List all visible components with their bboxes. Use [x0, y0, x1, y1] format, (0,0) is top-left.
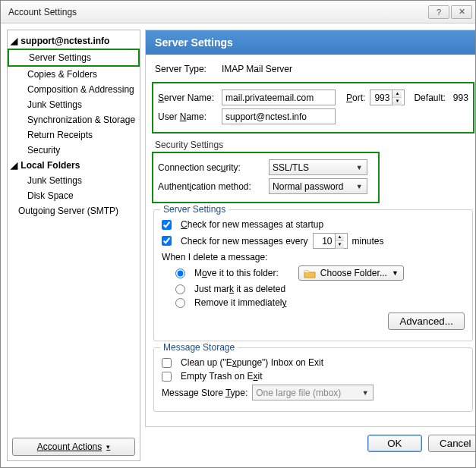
auth-method-combo[interactable]: Normal password ▼: [269, 178, 367, 194]
ok-button[interactable]: OK: [367, 435, 422, 452]
tree-item-local-diskspace[interactable]: Disk Space: [8, 188, 140, 203]
message-storage-legend: Message Storage: [160, 342, 238, 353]
connection-security-value: SSL/TLS: [273, 162, 309, 173]
check-interval-label-pre: Check for new messages every: [181, 236, 307, 247]
tree-item-server-settings[interactable]: Server Settings: [8, 49, 140, 67]
auth-method-value: Normal password: [273, 181, 343, 192]
arrow-down-icon: ▼: [392, 98, 402, 105]
user-name-input[interactable]: [222, 108, 336, 124]
chevron-down-icon: ▼: [353, 183, 365, 190]
arrow-up-icon: ▲: [336, 234, 345, 241]
expand-caret-icon: ◢: [11, 36, 18, 46]
tree-item-copies-folders[interactable]: Copies & Folders: [8, 67, 140, 82]
server-settings-legend: Server Settings: [160, 204, 229, 215]
empty-trash-checkbox[interactable]: [162, 372, 172, 382]
server-settings-fieldset: Server Settings Check for new messages a…: [153, 209, 473, 341]
window-controls: ? ✕: [427, 5, 472, 19]
help-icon: ?: [437, 8, 441, 17]
default-port-value: 993: [453, 93, 468, 103]
tree-item-local-junk[interactable]: Junk Settings: [8, 173, 140, 188]
server-name-label: Server Name:: [158, 93, 217, 103]
security-settings-group: Connection security: SSL/TLS ▼ Authentic…: [152, 152, 380, 203]
tree-item-return-receipts[interactable]: Return Receipts: [8, 127, 140, 143]
mark-deleted-radio[interactable]: [175, 284, 185, 294]
window-title: Account Settings: [8, 7, 77, 17]
connection-security-combo[interactable]: SSL/TLS ▼: [269, 159, 367, 175]
folder-icon: [304, 269, 316, 278]
account-tree: ◢ support@nctest.info Server Settings Co…: [8, 30, 140, 433]
store-type-label: Message Store Type:: [162, 388, 247, 398]
move-to-folder-radio[interactable]: [175, 269, 185, 278]
security-settings-legend: Security Settings: [155, 140, 475, 150]
user-name-label: User Name:: [158, 112, 217, 122]
advanced-button[interactable]: Advanced...: [388, 313, 464, 330]
server-identity-group: Server Name: Port: ▲▼ Default: 993 User …: [152, 82, 474, 133]
expunge-checkbox[interactable]: [162, 358, 172, 368]
cancel-button[interactable]: Cancel: [428, 435, 475, 452]
tree-local-folders[interactable]: ◢ Local Folders: [8, 158, 140, 173]
server-type-label: Server Type:: [155, 64, 206, 74]
choose-folder-button[interactable]: Choose Folder... ▼: [298, 265, 404, 281]
close-button[interactable]: ✕: [451, 5, 472, 19]
account-tree-sidebar: ◢ support@nctest.info Server Settings Co…: [7, 30, 140, 461]
help-button[interactable]: ?: [428, 5, 449, 19]
main-panel: Server Settings Server Type: IMAP Mail S…: [145, 30, 475, 461]
choose-folder-label: Choose Folder...: [320, 268, 387, 278]
message-storage-fieldset: Message Storage Clean up ("Expunge") Inb…: [153, 347, 473, 412]
expunge-label: Clean up ("Expunge") Inbox on Exit: [181, 357, 323, 368]
connection-security-label: Connection security:: [158, 162, 264, 173]
expand-caret-icon: ◢: [11, 160, 18, 171]
tree-item-junk[interactable]: Junk Settings: [8, 97, 140, 112]
arrow-up-icon: ▲: [392, 90, 402, 98]
port-spinner[interactable]: ▲▼: [370, 90, 405, 105]
spinner-arrows[interactable]: ▲▼: [335, 234, 345, 248]
account-label: support@nctest.info: [20, 36, 109, 46]
tree-item-composition[interactable]: Composition & Addressing: [8, 82, 140, 97]
delete-message-label: When I delete a message:: [162, 252, 267, 262]
remove-immediately-radio[interactable]: [175, 298, 185, 308]
default-port-label: Default:: [414, 93, 445, 103]
interval-spinner[interactable]: ▲▼: [313, 233, 348, 249]
local-folders-label: Local Folders: [20, 160, 80, 171]
check-interval-label-post: minutes: [352, 236, 384, 247]
tree-item-outgoing-smtp[interactable]: Outgoing Server (SMTP): [8, 203, 140, 218]
remove-immediately-label: Remove it immediately: [194, 297, 286, 308]
tree-account-root[interactable]: ◢ support@nctest.info: [8, 33, 140, 49]
mark-deleted-label: Just mark it as deleted: [194, 284, 285, 294]
tree-item-security[interactable]: Security: [8, 143, 140, 158]
store-type-combo: One large file (mbox) ▼: [252, 385, 374, 400]
server-type-row: Server Type: IMAP Mail Server: [146, 55, 475, 80]
account-actions-label: Account Actions: [37, 441, 102, 452]
title-bar: Account Settings ? ✕: [1, 1, 475, 24]
server-name-input[interactable]: [222, 90, 336, 105]
close-icon: ✕: [459, 7, 465, 17]
arrow-down-icon: ▼: [336, 241, 345, 249]
auth-method-label: Authentication method:: [158, 181, 264, 192]
check-interval-checkbox[interactable]: [162, 236, 172, 246]
empty-trash-label: Empty Trash on Exit: [181, 371, 262, 382]
settings-scroll: Server Settings Server Type: IMAP Mail S…: [145, 30, 475, 427]
chevron-down-icon: ▼: [353, 164, 365, 171]
port-input[interactable]: [370, 90, 392, 105]
panel-header: Server Settings: [146, 30, 475, 55]
check-startup-checkbox[interactable]: [162, 220, 172, 230]
tree-item-sync-storage[interactable]: Synchronization & Storage: [8, 112, 140, 127]
chevron-down-icon: ▼: [392, 269, 399, 277]
chevron-down-icon: ▼: [359, 389, 371, 397]
move-to-folder-label: Move it to this folder:: [194, 268, 279, 278]
content-area: ◢ support@nctest.info Server Settings Co…: [1, 24, 475, 467]
server-type-value: IMAP Mail Server: [222, 64, 292, 74]
account-actions-button[interactable]: Account Actions ▾: [12, 438, 135, 456]
interval-input[interactable]: [314, 234, 335, 248]
store-type-value: One large file (mbox): [256, 388, 341, 398]
port-label: Port:: [346, 93, 365, 103]
check-startup-label: Check for new messages at startup: [181, 219, 323, 230]
chevron-down-icon: ▾: [106, 443, 110, 451]
spinner-arrows[interactable]: ▲▼: [392, 90, 402, 105]
account-settings-window: Account Settings ? ✕ ◢ support@nctest.in…: [0, 0, 476, 468]
dialog-footer: OK Cancel: [145, 427, 475, 461]
